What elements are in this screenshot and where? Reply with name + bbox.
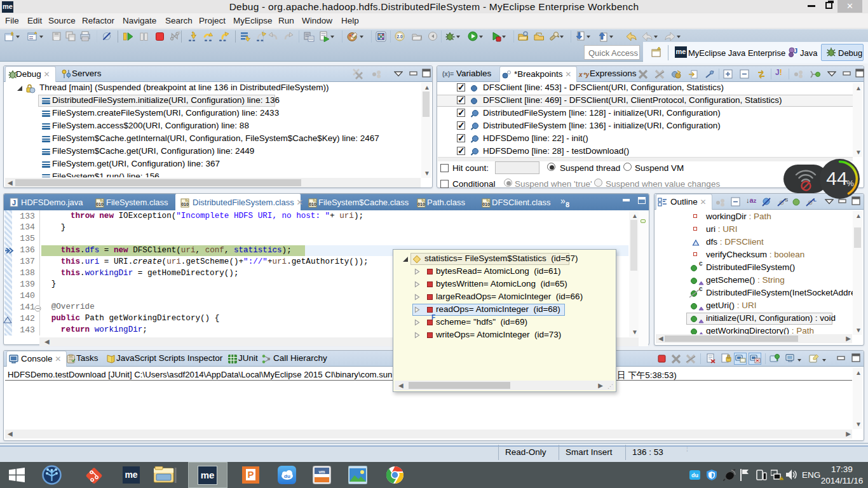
svg-text:010: 010	[482, 202, 490, 207]
svg-text:vm: vm	[318, 470, 325, 474]
svg-text:2.0: 2.0	[397, 34, 402, 39]
svg-text:!: !	[781, 477, 782, 480]
svg-text:x⁺y: x⁺y	[578, 71, 589, 78]
svg-text:010: 010	[309, 202, 316, 207]
svg-text:%: %	[846, 179, 854, 188]
svg-text:010: 010	[96, 202, 104, 207]
svg-text:010: 010	[181, 202, 189, 207]
svg-text:J: J	[12, 199, 16, 207]
svg-text:J: J	[794, 47, 797, 55]
svg-text:du: du	[284, 473, 290, 479]
svg-text:010: 010	[417, 202, 425, 207]
svg-text:L: L	[813, 197, 817, 203]
svg-text:S: S	[785, 197, 788, 203]
svg-text:du: du	[691, 472, 698, 478]
svg-text:44: 44	[826, 168, 847, 189]
